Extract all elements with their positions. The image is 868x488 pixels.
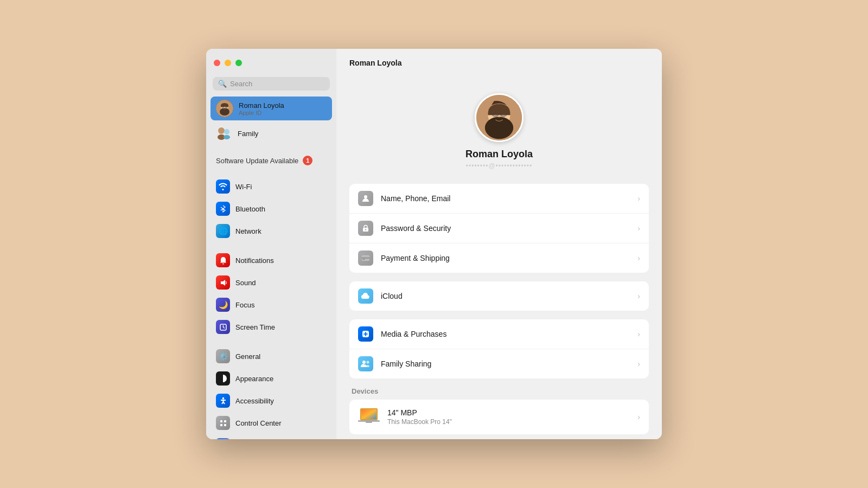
svg-rect-25 — [224, 420, 226, 422]
accessibility-label: Accessibility — [235, 397, 274, 405]
sidebar-item-wifi[interactable]: Wi-Fi — [210, 176, 332, 197]
minimize-button[interactable] — [225, 60, 231, 66]
name-phone-email-row[interactable]: Name, Phone, Email › — [349, 184, 649, 214]
sidebar-item-screentime[interactable]: Screen Time — [210, 316, 332, 338]
svg-line-12 — [221, 209, 223, 210]
family-sharing-label: Family Sharing — [381, 359, 630, 368]
svg-marker-14 — [221, 280, 225, 286]
titlebar — [206, 49, 336, 77]
main-title: Roman Loyola — [349, 59, 401, 67]
main-titlebar: Roman Loyola — [336, 49, 662, 77]
sidebar-item-general[interactable]: ⚙️ General — [210, 345, 332, 367]
wifi-icon — [216, 179, 230, 194]
devices-title: Devices — [349, 387, 649, 395]
sidebar-item-sound[interactable]: Sound — [210, 272, 332, 293]
sidebar-item-family[interactable]: Family — [210, 121, 332, 145]
software-update-row[interactable]: Software Update Available 1 — [206, 152, 336, 169]
sidebar: 🔍 — [206, 49, 336, 439]
svg-rect-44 — [363, 259, 365, 260]
devices-section: Devices — [349, 387, 649, 434]
settings-window: 🔍 — [206, 49, 662, 439]
notifications-label: Notifications — [235, 256, 274, 265]
media-family-group: Media & Purchases › Family Sharing — [349, 319, 649, 378]
main-body: Roman Loyola ••••••••@••••••••••••• Name… — [336, 77, 662, 439]
profile-email: ••••••••@••••••••••••• — [466, 162, 532, 170]
sidebar-item-controlcenter[interactable]: Control Center — [210, 412, 332, 434]
svg-point-8 — [218, 127, 225, 134]
svg-rect-51 — [358, 420, 380, 422]
profile-avatar — [475, 93, 524, 142]
sidebar-item-user[interactable]: Roman Loyola Apple ID — [210, 97, 332, 120]
sidebar-item-siri[interactable]: 🎙 Siri & Spotlight — [210, 434, 332, 439]
payment-shipping-row[interactable]: Payment & Shipping › — [349, 243, 649, 273]
profile-header: Roman Loyola ••••••••@••••••••••••• — [349, 82, 649, 175]
svg-rect-52 — [366, 422, 372, 423]
close-button[interactable] — [214, 60, 220, 66]
media-purchases-row[interactable]: Media & Purchases › — [349, 319, 649, 349]
device-info-mbp: 14" MBP This MacBook Pro 14" — [387, 408, 630, 426]
device-icon-mbp — [358, 406, 380, 428]
sidebar-item-appearance[interactable]: Appearance — [210, 368, 332, 389]
maximize-button[interactable] — [235, 60, 242, 66]
chevron-password: › — [637, 224, 640, 233]
user-sublabel: Apple ID — [239, 110, 284, 116]
notifications-icon — [216, 253, 230, 267]
sidebar-item-bluetooth[interactable]: Bluetooth — [210, 198, 332, 220]
svg-line-23 — [223, 402, 225, 404]
user-info: Roman Loyola Apple ID — [239, 101, 284, 116]
user-name: Roman Loyola — [239, 101, 284, 110]
sidebar-item-network[interactable]: 🌐 Network — [210, 220, 332, 242]
chevron-device-mbp: › — [637, 413, 640, 421]
sound-label: Sound — [235, 279, 256, 287]
screentime-label: Screen Time — [235, 323, 275, 331]
device-name-mbp: 14" MBP — [387, 408, 630, 417]
appearance-icon — [216, 371, 230, 386]
svg-rect-26 — [220, 424, 222, 426]
svg-point-40 — [365, 229, 366, 230]
screentime-icon — [216, 320, 230, 334]
password-security-icon — [358, 221, 373, 236]
device-row-mbp[interactable]: 14" MBP This MacBook Pro 14" › — [349, 400, 649, 434]
svg-point-47 — [367, 361, 369, 364]
svg-point-46 — [362, 361, 366, 364]
name-phone-email-label: Name, Phone, Email — [381, 194, 630, 203]
siri-icon: 🎙 — [216, 438, 230, 439]
family-label: Family — [238, 130, 258, 138]
network-label: Network — [235, 227, 261, 235]
password-security-row[interactable]: Password & Security › — [349, 214, 649, 243]
account-settings-group: Name, Phone, Email › Password & Security… — [349, 184, 649, 273]
controlcenter-label: Control Center — [235, 419, 282, 427]
payment-shipping-icon — [358, 251, 373, 266]
general-icon: ⚙️ — [216, 349, 230, 363]
svg-rect-50 — [361, 409, 376, 419]
system-section: ⚙️ General Appearance — [206, 345, 336, 439]
svg-point-11 — [224, 135, 230, 139]
wifi-label: Wi-Fi — [235, 183, 252, 191]
chevron-family: › — [637, 359, 640, 368]
chevron-icloud: › — [637, 292, 640, 300]
search-input[interactable] — [230, 80, 324, 88]
svg-point-19 — [222, 397, 224, 399]
search-bar: 🔍 — [213, 77, 330, 91]
media-purchases-icon — [358, 326, 373, 342]
search-icon: 🔍 — [218, 80, 227, 88]
icloud-label: iCloud — [381, 292, 630, 300]
icloud-icon — [358, 288, 373, 304]
sidebar-item-accessibility[interactable]: Accessibility — [210, 390, 332, 412]
appearance-label: Appearance — [235, 375, 273, 383]
name-phone-email-icon — [358, 191, 373, 206]
sidebar-item-notifications[interactable]: Notifications — [210, 249, 332, 271]
alerts-section: Notifications Sound 🌙 Focus — [206, 249, 336, 338]
svg-point-10 — [224, 129, 229, 134]
bluetooth-label: Bluetooth — [235, 205, 265, 213]
family-sharing-row[interactable]: Family Sharing › — [349, 349, 649, 378]
svg-line-13 — [221, 207, 223, 209]
media-purchases-label: Media & Purchases — [381, 330, 630, 338]
svg-rect-43 — [362, 258, 369, 259]
network-section: Wi-Fi Bluetooth 🌐 Network — [206, 175, 336, 242]
software-update-label: Software Update Available — [216, 157, 298, 165]
icloud-row[interactable]: iCloud › — [349, 281, 649, 311]
network-icon: 🌐 — [216, 224, 230, 238]
sidebar-item-focus[interactable]: 🌙 Focus — [210, 294, 332, 316]
main-content: Roman Loyola — [336, 49, 662, 439]
